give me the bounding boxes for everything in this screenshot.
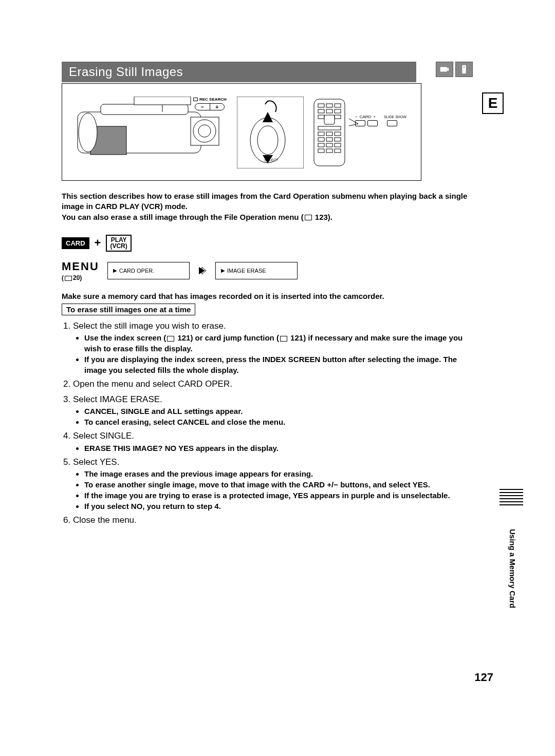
plus-symbol: + [95, 236, 101, 250]
svg-rect-37 [326, 149, 332, 153]
mode-icons [436, 62, 473, 77]
card-badge: CARD [62, 237, 89, 249]
menu-page-ref: (20) [62, 274, 99, 281]
svg-rect-24 [335, 115, 341, 119]
page-number: 127 [474, 671, 493, 684]
svg-rect-30 [318, 138, 324, 141]
svg-point-10 [79, 113, 97, 152]
step-4: Select SINGLE. ERASE THIS IMAGE? NO YES … [73, 429, 473, 453]
callout-line [349, 115, 358, 130]
play-vcr-badge: PLAY(VCR) [106, 235, 131, 252]
book-icon [167, 336, 174, 342]
svg-rect-23 [318, 115, 324, 119]
step-3: Select IMAGE ERASE. CANCEL, SINGLE and A… [73, 393, 473, 428]
language-indicator: E [482, 92, 504, 114]
svg-rect-36 [318, 149, 324, 153]
step-1: Select the still image you wish to erase… [73, 319, 473, 376]
remote-icon [455, 62, 473, 77]
step-5-bullet-4: If you select NO, you return to step 4. [84, 501, 473, 512]
svg-rect-9 [101, 104, 188, 115]
svg-rect-18 [326, 104, 332, 107]
svg-rect-19 [335, 104, 341, 107]
subhead-single-erase: To erase still images one at a time [62, 304, 195, 315]
step-4-bullet-1: ERASE THIS IMAGE? NO YES appears in the … [84, 443, 473, 453]
step-3-bullet-1: CANCEL, SINGLE and ALL settings appear. [84, 406, 473, 417]
svg-rect-32 [335, 138, 341, 141]
svg-rect-34 [326, 143, 332, 147]
svg-rect-0 [440, 67, 447, 71]
book-icon [305, 215, 312, 220]
step-5-bullet-3: If the image you are trying to erase is … [84, 490, 473, 501]
svg-rect-20 [318, 109, 324, 113]
card-inserted-note: Make sure a memory card that has images … [62, 292, 473, 300]
section-marker-lines [499, 489, 523, 507]
menu-label: MENU [62, 260, 99, 273]
step-5: Select YES. The image erases and the pre… [73, 456, 473, 512]
remote-detail: − CARD + SLIDE SHOW [355, 115, 417, 135]
svg-point-3 [464, 66, 465, 67]
page-title: Erasing Still Images [62, 62, 416, 82]
svg-rect-11 [134, 97, 191, 105]
svg-rect-38 [335, 149, 341, 153]
flow-image-erase: ▶IMAGE ERASE [215, 262, 298, 279]
svg-rect-21 [326, 109, 332, 113]
svg-rect-35 [335, 143, 341, 147]
step-2: Open the menu and select CARD OPER. [73, 377, 473, 391]
book-icon [280, 336, 287, 342]
svg-line-39 [349, 119, 358, 124]
svg-rect-1 [447, 68, 449, 71]
select-label: SELECT [264, 158, 278, 162]
svg-rect-25 [324, 115, 335, 124]
svg-rect-31 [326, 138, 332, 141]
svg-rect-26 [318, 126, 341, 130]
svg-rect-33 [318, 143, 324, 147]
svg-line-40 [349, 124, 358, 126]
rec-search-buttons: − + [195, 103, 225, 110]
section-label: Using a Memory Card [508, 529, 517, 608]
remote-illustration [309, 97, 350, 168]
flow-card-oper: ▶CARD OPER. [107, 262, 190, 279]
step-5-bullet-2: To erase another single image, move to t… [84, 479, 473, 490]
menu-flow: MENU (20) ▶CARD OPER. ▶IMAGE ERASE [62, 260, 473, 281]
step-6: Close the menu. [73, 514, 473, 527]
steps-list: Select the still image you wish to erase… [62, 319, 473, 527]
svg-rect-28 [326, 132, 332, 136]
step-3-bullet-2: To cancel erasing, select CANCEL and clo… [84, 417, 473, 427]
illustration: REC SEARCH − + SELECT [62, 83, 421, 181]
mode-row: CARD + PLAY(VCR) [62, 235, 473, 252]
intro-paragraph: This section describes how to erase stil… [62, 191, 473, 222]
svg-point-7 [198, 125, 211, 137]
step-1-bullet-2: If you are displaying the index screen, … [84, 354, 473, 375]
svg-rect-29 [335, 132, 341, 136]
svg-rect-17 [318, 104, 324, 107]
svg-rect-22 [335, 109, 341, 113]
camera-icon [436, 62, 453, 77]
svg-rect-27 [318, 132, 324, 136]
step-1-bullet-1: Use the index screen ( 121) or card jump… [84, 332, 473, 354]
flow-arrow-icon [198, 266, 207, 275]
dial-illustration [237, 97, 304, 168]
svg-point-15 [257, 126, 278, 155]
rec-search-label: REC SEARCH [193, 97, 227, 102]
step-5-bullet-1: The image erases and the previous image … [84, 468, 473, 479]
book-icon [65, 276, 72, 281]
